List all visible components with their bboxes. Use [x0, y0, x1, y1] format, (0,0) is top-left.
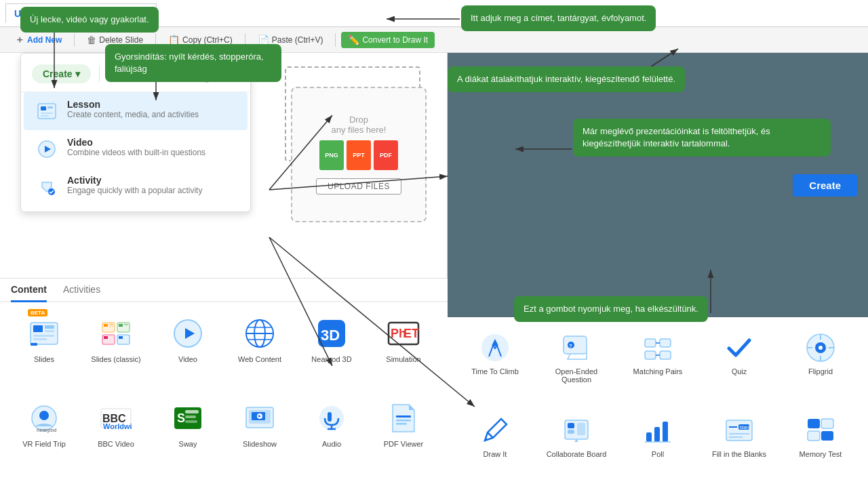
open-ended-icon: ?	[561, 332, 592, 363]
tooltip-quicklaunch: Gyorsindítás: nyílt kérdés, stopperóra, …	[105, 44, 281, 82]
svg-rect-62	[660, 339, 671, 347]
activity-menu-icon	[35, 175, 59, 199]
matching-pairs-icon-wrap	[641, 331, 675, 365]
time-to-climb-label: Time To Climb	[471, 367, 519, 375]
list-item[interactable]: blank Fill in the Blanks	[703, 411, 776, 477]
list-item[interactable]: Memory Test	[784, 411, 857, 477]
collaborate-board-icon-wrap	[559, 413, 593, 447]
upload-files-button[interactable]: UPLOAD FILES	[316, 178, 401, 195]
svg-text:3D: 3D	[321, 327, 340, 344]
create-dropdown-button[interactable]: Create ▾	[32, 64, 91, 83]
slideshow-icon	[243, 402, 276, 434]
list-item[interactable]: 3D Nearpod 3D	[298, 310, 365, 390]
pdf-viewer-label: PDF Viewer	[384, 440, 423, 448]
dropdown-item-lesson[interactable]: Lesson Create content, media, and activi…	[24, 92, 248, 130]
list-item[interactable]: Video	[155, 310, 221, 390]
svg-text:blank: blank	[740, 425, 751, 430]
svg-rect-79	[646, 432, 652, 442]
content-grid: BETA Slides	[0, 302, 448, 483]
svg-rect-3	[33, 325, 43, 332]
slideshow-label: Slideshow	[243, 440, 277, 448]
svg-rect-17	[104, 336, 108, 339]
list-item[interactable]: Quiz	[703, 328, 776, 403]
tooltip-new-lesson: Új lecke, videó vagy gyakorlat.	[20, 7, 159, 33]
poll-label: Poll	[652, 450, 664, 458]
list-item[interactable]: S Sway	[155, 395, 221, 474]
svg-rect-96	[41, 113, 53, 114]
list-item[interactable]: Collaborate Board	[540, 411, 613, 477]
open-ended-icon-wrap: ?	[559, 331, 593, 365]
svg-line-74	[488, 432, 493, 438]
right-panel-top: Create	[448, 53, 868, 317]
drop-icons: PNG PPT PDF	[319, 140, 398, 170]
simulation-icon-wrap: Ph ET	[384, 314, 422, 352]
nearpod3d-label: Nearpod 3D	[311, 355, 351, 363]
ppt-file-icon: PPT	[347, 140, 371, 170]
list-item[interactable]: Poll	[621, 411, 694, 477]
simulation-icon: Ph ET	[387, 317, 420, 350]
list-item[interactable]: Slides (classic)	[83, 310, 149, 390]
bottom-tabs: Content Activities	[0, 279, 448, 302]
drop-area[interactable]: Drop any files here! PNG PPT PDF UPLOAD …	[291, 87, 427, 222]
list-item[interactable]: BETA Slides	[11, 310, 77, 390]
list-item[interactable]: nearpod VR Field Trip	[11, 395, 77, 474]
activity-text: Activity Engage quickly with a popular a…	[67, 175, 202, 195]
web-content-icon	[243, 317, 276, 350]
svg-rect-91	[808, 431, 820, 441]
collaborate-board-label: Collaborate Board	[547, 450, 607, 458]
list-item[interactable]: BBC Worldwide BBC Video	[83, 395, 149, 474]
convert-icon: ✏️	[348, 35, 359, 45]
quiz-icon	[724, 332, 755, 363]
list-item[interactable]: Matching Pairs	[621, 328, 694, 403]
time-to-climb-icon-wrap	[478, 331, 512, 365]
svg-rect-12	[109, 326, 113, 327]
list-item[interactable]: Draw It	[458, 411, 532, 477]
dropdown-item-video[interactable]: Video Combine videos with built-in quest…	[24, 130, 248, 168]
slides-classic-icon-wrap	[97, 314, 135, 352]
video-icon	[172, 317, 204, 350]
svg-text:?: ?	[569, 343, 572, 349]
video-icon-wrap	[169, 314, 207, 352]
bbc-video-icon: BBC Worldwide	[100, 402, 132, 434]
svg-point-34	[39, 411, 49, 420]
list-item[interactable]: Slideshow	[226, 395, 293, 474]
svg-rect-50	[328, 412, 332, 422]
fill-blanks-icon-wrap: blank	[722, 413, 756, 447]
tooltip-create: Ezt a gombot nyomjuk meg, ha elkészültün…	[514, 296, 708, 322]
drop-text: Drop any files here!	[332, 115, 387, 135]
memory-test-icon	[805, 415, 836, 446]
video-label: Video	[178, 355, 197, 363]
svg-text:nearpod: nearpod	[37, 427, 56, 433]
svg-rect-7	[33, 338, 47, 340]
convert-to-drawit-button[interactable]: ✏️ Convert to Draw It	[341, 32, 435, 48]
create-button[interactable]: Create	[793, 174, 857, 197]
pdf-file-icon: PDF	[374, 140, 398, 170]
lesson-icon	[35, 99, 59, 123]
tab-activities[interactable]: Activities	[63, 284, 100, 302]
svg-rect-55	[396, 423, 407, 425]
svg-rect-43	[185, 420, 197, 423]
svg-point-57	[493, 342, 497, 346]
svg-rect-6	[33, 335, 54, 337]
svg-rect-5	[45, 330, 54, 332]
trash-icon: 🗑	[87, 35, 96, 45]
time-to-climb-icon	[479, 332, 511, 363]
svg-rect-76	[568, 423, 574, 428]
list-item[interactable]: Ph ET Simulation	[370, 310, 437, 390]
vr-field-trip-label: VR Field Trip	[22, 440, 66, 448]
list-item[interactable]: ? Open-Ended Question	[540, 328, 613, 403]
add-new-button[interactable]: ＋ Add New	[8, 31, 68, 49]
nearpod3d-icon-wrap: 3D	[313, 314, 351, 352]
dropdown-item-activity[interactable]: Activity Engage quickly with a popular a…	[24, 168, 248, 206]
svg-rect-89	[808, 419, 820, 428]
svg-rect-8	[31, 343, 37, 346]
list-item[interactable]: Flipgrid	[784, 328, 857, 403]
list-item[interactable]: Time To Climb	[458, 328, 532, 403]
poll-icon	[642, 415, 673, 446]
list-item[interactable]: Audio	[298, 395, 365, 474]
list-item[interactable]: PDF Viewer	[370, 395, 437, 474]
collaborate-board-icon	[561, 415, 592, 446]
tab-content[interactable]: Content	[11, 284, 47, 302]
quiz-label: Quiz	[732, 367, 747, 375]
list-item[interactable]: Web Content	[226, 310, 293, 390]
